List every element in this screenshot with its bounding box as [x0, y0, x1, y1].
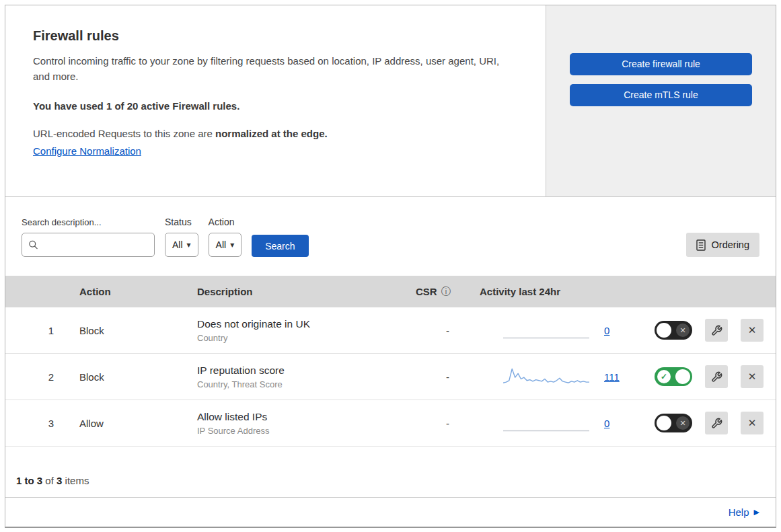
rule-controls: ✓ ✕ ✕ [634, 365, 776, 388]
rule-activity-cell: 111 [480, 368, 634, 385]
rule-csr-value: - [416, 325, 480, 336]
col-action: Action [66, 286, 184, 297]
action-select[interactable]: All ▾ [209, 233, 242, 257]
close-icon: ✕ [748, 371, 757, 383]
filter-bar: Search description... Status All ▾ Actio… [5, 197, 776, 276]
col-description: Description [184, 286, 416, 297]
firewall-rules-page: Firewall rules Control incoming traffic … [5, 5, 776, 528]
rule-priority: 2 [5, 371, 66, 383]
search-box [22, 233, 155, 257]
search-button[interactable]: Search [252, 235, 308, 257]
rule-priority: 1 [5, 325, 66, 336]
rule-activity-cell: 0 [480, 414, 634, 432]
ordering-label: Ordering [712, 239, 749, 250]
wrench-icon [711, 371, 722, 383]
activity-count-link[interactable]: 0 [604, 325, 609, 336]
rule-controls: ✓ ✕ ✕ [634, 412, 776, 434]
table-header: Action Description CSR ⓘ Activity last 2… [5, 276, 776, 307]
activity-count-link[interactable]: 0 [604, 418, 609, 429]
rule-description: Does not originate in UK [197, 318, 416, 330]
action-filter-group: Action All ▾ [209, 217, 242, 257]
delete-rule-button[interactable]: ✕ [741, 319, 764, 342]
edit-rule-button[interactable] [705, 365, 728, 388]
close-icon: ✕ [748, 324, 757, 336]
rule-controls: ✓ ✕ ✕ [634, 319, 776, 342]
rule-csr-value: - [416, 418, 480, 429]
page-title: Firewall rules [33, 28, 505, 44]
action-value: All [216, 239, 227, 250]
rules-table: Action Description CSR ⓘ Activity last 2… [5, 276, 776, 498]
rule-priority: 3 [5, 418, 66, 429]
activity-sparkline [503, 321, 589, 339]
rule-csr-value: - [416, 371, 480, 383]
page-description: Control incoming traffic to your zone by… [33, 53, 505, 85]
help-label: Help [729, 506, 749, 518]
search-group: Search description... [22, 217, 155, 257]
rule-description-cell: Does not originate in UK Country [184, 318, 416, 343]
help-bar: Help ▶ [5, 498, 776, 527]
x-icon: ✕ [676, 324, 690, 337]
status-value: All [172, 239, 183, 250]
table-row: 3 Allow Allow listed IPs IP Source Addre… [5, 400, 776, 447]
configure-normalization-link[interactable]: Configure Normalization [33, 145, 141, 157]
rule-criteria: Country [197, 333, 416, 343]
rule-action: Block [66, 325, 184, 336]
search-input[interactable] [22, 233, 155, 257]
header-section: Firewall rules Control incoming traffic … [5, 5, 776, 197]
pagination-summary: 1 to 3 of 3 items [5, 447, 776, 498]
check-icon: ✓ [657, 370, 671, 383]
rule-description: Allow listed IPs [197, 411, 416, 423]
action-label: Action [209, 217, 242, 227]
delete-rule-button[interactable]: ✕ [741, 365, 764, 388]
rule-activity-cell: 0 [480, 321, 634, 339]
search-label: Search description... [22, 217, 155, 227]
csr-label: CSR [416, 286, 437, 297]
rule-enabled-toggle[interactable]: ✓ ✕ [655, 321, 692, 340]
table-row: 2 Block IP reputation score Country, Thr… [5, 354, 776, 400]
toggle-knob [657, 323, 671, 338]
items-text: items [62, 475, 89, 486]
normalization-bold: normalized at the edge. [215, 128, 328, 139]
ordering-button[interactable]: Ordering [686, 233, 759, 257]
status-label: Status [165, 217, 198, 227]
toggle-knob [657, 416, 671, 430]
status-filter-group: Status All ▾ [165, 217, 198, 257]
chevron-down-icon: ▾ [187, 241, 191, 249]
header-actions-panel: Create firewall rule Create mTLS rule [546, 5, 776, 196]
usage-summary: You have used 1 of 20 active Firewall ru… [33, 100, 505, 112]
list-document-icon [696, 239, 706, 251]
rule-action: Allow [66, 418, 184, 429]
delete-rule-button[interactable]: ✕ [741, 412, 764, 434]
wrench-icon [711, 418, 722, 429]
status-select[interactable]: All ▾ [165, 233, 198, 257]
create-mtls-rule-button[interactable]: Create mTLS rule [570, 84, 752, 106]
table-row: 1 Block Does not originate in UK Country… [5, 307, 776, 354]
rule-description-cell: Allow listed IPs IP Source Address [184, 411, 416, 436]
of-text: of [42, 475, 57, 486]
edit-rule-button[interactable] [705, 412, 728, 434]
rule-criteria: Country, Threat Score [197, 379, 416, 389]
wrench-icon [711, 325, 722, 336]
close-icon: ✕ [748, 417, 757, 429]
col-csr: CSR ⓘ [416, 286, 480, 298]
activity-sparkline [503, 414, 589, 432]
x-icon: ✕ [676, 416, 690, 430]
normalization-note: URL-encoded Requests to this zone are no… [33, 128, 505, 139]
arrow-right-icon: ▶ [754, 508, 759, 516]
normalization-text: URL-encoded Requests to this zone are [33, 128, 215, 139]
header-card: Firewall rules Control incoming traffic … [5, 5, 546, 196]
items-range: 1 to 3 [16, 475, 42, 486]
search-icon [28, 240, 38, 250]
info-icon[interactable]: ⓘ [441, 286, 451, 298]
rule-description: IP reputation score [197, 365, 416, 377]
chevron-down-icon: ▾ [230, 241, 234, 249]
rule-enabled-toggle[interactable]: ✓ ✕ [655, 414, 692, 432]
help-link[interactable]: Help ▶ [729, 506, 759, 518]
edit-rule-button[interactable] [705, 319, 728, 342]
rule-action: Block [66, 371, 184, 383]
activity-count-link[interactable]: 111 [604, 371, 620, 383]
col-activity: Activity last 24hr [480, 286, 634, 297]
create-firewall-rule-button[interactable]: Create firewall rule [570, 53, 752, 75]
rule-description-cell: IP reputation score Country, Threat Scor… [184, 365, 416, 389]
rule-enabled-toggle[interactable]: ✓ ✕ [655, 367, 692, 386]
